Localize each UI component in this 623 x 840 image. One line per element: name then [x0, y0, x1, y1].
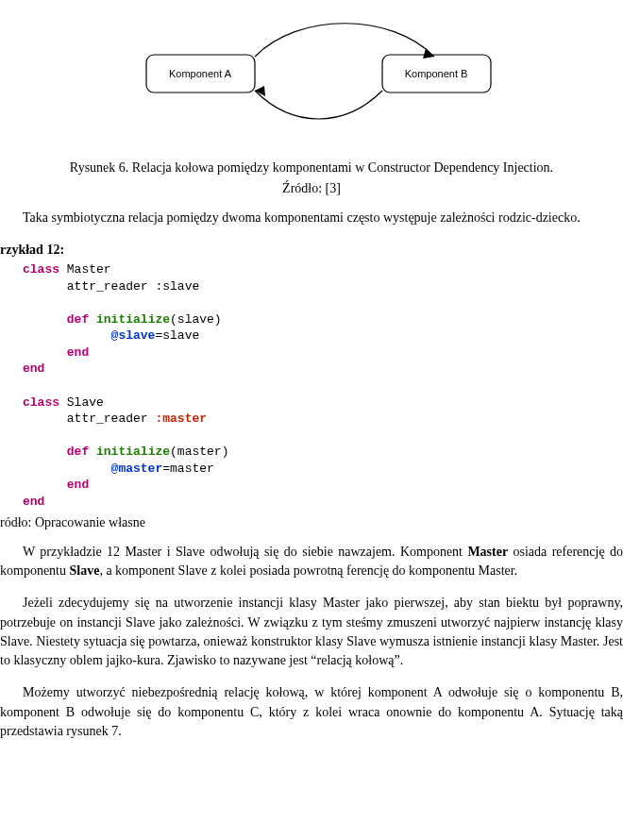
fn-name: initialize	[89, 445, 170, 459]
code-text: attr_reader	[23, 412, 155, 426]
code-text: =master	[162, 462, 214, 476]
kw-def: def	[23, 445, 89, 459]
code-text: attr_reader :slave	[23, 279, 199, 294]
kw-def: def	[23, 312, 89, 327]
diagram-figure: Komponent A Komponent B	[0, 17, 623, 121]
symbol: :master	[155, 412, 207, 426]
kw-end: end	[23, 478, 89, 492]
circular-dependency-diagram: Komponent A Komponent B	[109, 17, 514, 121]
ivar: @master	[23, 462, 162, 476]
example-title: rzykład 12:	[0, 241, 623, 260]
kw-class: class	[23, 395, 59, 410]
code-block-master: class Master attr_reader :slave def init…	[23, 261, 623, 510]
code-text: Slave	[59, 395, 104, 410]
code-text: (master)	[170, 445, 228, 459]
code-text: Master	[59, 262, 111, 277]
p2-slave: Slave	[70, 563, 100, 578]
kw-class: class	[23, 262, 59, 277]
kw-end: end	[23, 345, 89, 360]
paragraph-3: Jeżeli zdecydujemy się na utworzenie ins…	[0, 594, 623, 670]
code-text: =slave	[155, 328, 199, 343]
page: Komponent A Komponent B Rysunek 6. Relac…	[0, 0, 623, 741]
kw-end: end	[23, 495, 44, 509]
fn-name: initialize	[89, 312, 170, 327]
p2-master: Master	[467, 545, 508, 559]
figure-caption: Rysunek 6. Relacja kołowa pomiędzy kompo…	[38, 159, 585, 177]
figure-source: Źródło: [3]	[0, 179, 623, 198]
paragraph-2: W przykładzie 12 Master i Slave odwołują…	[0, 543, 623, 581]
p2-text: W przykładzie 12 Master i Slave odwołują…	[23, 545, 467, 559]
paragraph-4: Możemy utworzyć niebezpośrednią relację …	[0, 683, 623, 741]
code-source-note: ródło: Opracowanie własne	[0, 513, 623, 532]
arrowhead-b-to-a	[255, 86, 265, 96]
component-b-label: Komponent B	[405, 68, 468, 79]
arrow-b-to-a	[255, 91, 382, 119]
paragraph-1: Taka symbiotyczna relacja pomiędzy dwoma…	[0, 209, 623, 227]
p2-text: , a komponent Slave z kolei posiada powr…	[99, 563, 517, 578]
kw-end: end	[23, 361, 44, 376]
component-a-label: Komponent A	[169, 68, 232, 79]
code-text: (slave)	[170, 312, 222, 327]
ivar: @slave	[23, 328, 155, 343]
arrow-a-to-b	[255, 24, 434, 57]
